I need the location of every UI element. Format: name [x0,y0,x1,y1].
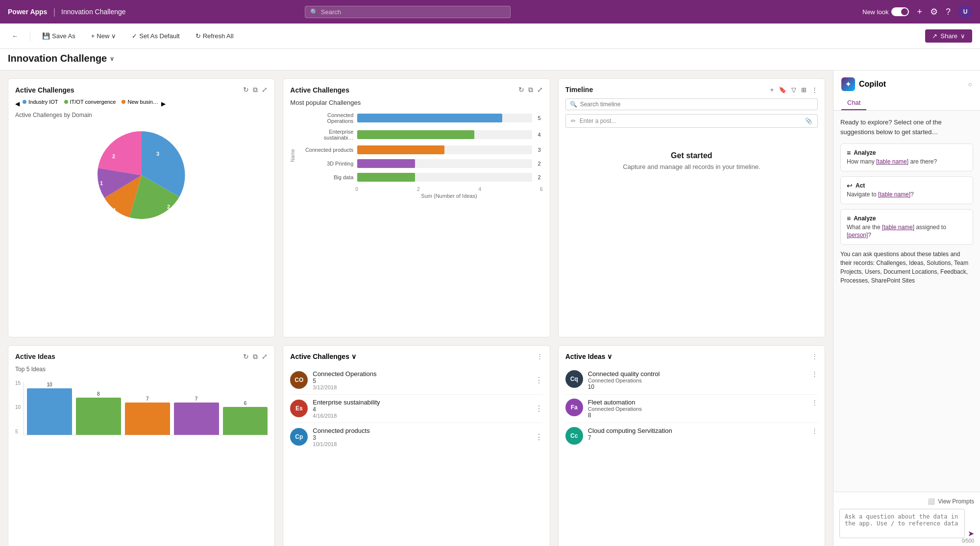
timeline-more-icon[interactable]: ⋮ [811,86,818,94]
timeline-bookmark-icon[interactable]: 🔖 [779,86,786,94]
legend-dot-2 [64,100,68,104]
tab-chat[interactable]: Chat [841,96,866,110]
view-prompts-button[interactable]: ⬜ View Prompts [839,498,974,505]
ideas-bar-col-3: 7 [125,396,170,435]
new-look-switch[interactable] [891,7,909,16]
copilot-footer: ⬜ View Prompts ➤ 0/500 Make sure AI-gene… [833,492,980,546]
toolbar-separator-1 [30,31,30,41]
ideas-subtitle: Top 5 Ideas [15,366,268,373]
active-challenges-list-card: Active Challenges ∨ ⋮ CO Connected Opera… [283,345,550,546]
challenge-item-2: Es Enterprise sustainability 4 4/16/2018… [290,395,542,423]
save-as-button[interactable]: 💾 Save As [38,30,79,42]
ideas-chevron-icon[interactable]: ∨ [607,353,612,360]
analyze-icon-1: ≡ [847,149,851,157]
legend-dot-1 [23,100,26,104]
refresh-button[interactable]: ↻ Refresh All [192,30,238,42]
expand-bar-icon[interactable]: ⤢ [537,86,543,94]
copy-bar-icon[interactable]: ⧉ [528,86,533,94]
table-name-link-1[interactable]: [table name] [876,158,908,165]
timeline-filter-icon[interactable]: ▽ [791,86,796,94]
challenge-menu-2[interactable]: ⋮ [535,404,543,413]
copy-icon[interactable]: ⧉ [253,86,258,94]
timeline-add-icon[interactable]: + [770,86,774,94]
expand-icon[interactable]: ⤢ [262,86,268,94]
set-default-button[interactable]: ✓ Set As Default [128,30,183,42]
bar-fill-2 [357,130,474,139]
user-avatar[interactable]: U [958,5,972,19]
page-title[interactable]: Innovation Challenge ∨ [8,53,972,64]
copy-ideas-icon[interactable]: ⧉ [253,353,258,361]
ideas-bars-container: 10 8 7 7 6 [24,382,268,435]
legend-item-2: IT/OT convergence [64,99,116,105]
challenges-chevron-icon[interactable]: ∨ [351,353,356,360]
challenge-menu-1[interactable]: ⋮ [535,376,543,385]
svg-text:1: 1 [113,207,116,213]
timeline-search-input[interactable] [580,101,813,108]
copilot-logo-icon: ✦ [841,77,855,91]
app-name-label: Innovation Challenge [61,8,126,16]
idea-avatar-2: Fa [565,399,583,416]
bar-subtitle: Most popular Challenges [290,99,542,106]
bar-row-1: Connected Operations 5 [299,112,540,124]
table-name-link-3[interactable]: [table name] [882,224,914,231]
act-icon: ↩ [847,182,853,190]
copilot-close-icon[interactable]: ○ [968,80,972,88]
ideas-chart-icons: ↻ ⧉ ⤢ [243,353,268,361]
expand-ideas-icon[interactable]: ⤢ [262,353,268,361]
copilot-tabs: Chat [841,96,972,110]
gear-icon[interactable]: ⚙ [930,6,938,17]
new-button[interactable]: + New ∨ [87,30,121,42]
copilot-suggestion-3[interactable]: ≡ Analyze What are the [table name] assi… [840,209,973,245]
bar-fill-5 [357,173,415,182]
global-search[interactable]: 🔍 [305,6,511,18]
back-button[interactable]: ← [8,30,22,42]
legend-next-icon[interactable]: ▶ [161,100,166,107]
back-icon: ← [12,32,18,40]
pie-svg: 3 2 1 1 2 [93,126,191,224]
copilot-suggestion-2[interactable]: ↩ Act Navigate to [table name]? [840,176,973,204]
share-button[interactable]: ↗ Share ∨ [925,29,972,43]
pie-legend: Industry IOT IT/OT convergence New busin… [23,99,158,105]
idea-menu-3[interactable]: ⋮ [811,427,818,434]
refresh-bar-icon[interactable]: ↻ [518,86,524,94]
save-icon: 💾 [42,32,50,40]
refresh-ideas-icon[interactable]: ↻ [243,353,249,361]
copilot-chat-input[interactable] [839,509,965,538]
add-icon[interactable]: + [917,7,922,17]
bar-fill-4 [357,159,415,168]
brand-label: Power Apps [8,8,47,16]
person-link[interactable]: [person] [847,232,868,238]
legend-prev-icon[interactable]: ◀ [15,100,20,107]
copilot-header: ✦ Copilot ○ Chat [833,71,980,111]
idea-menu-1[interactable]: ⋮ [811,370,818,378]
timeline-search-bar[interactable]: 🔍 [565,98,818,110]
ideas-bar-col-4: 7 [174,396,219,435]
share-chevron-icon: ∨ [960,32,965,40]
challenge-menu-3[interactable]: ⋮ [535,432,543,442]
ideas-bar-4 [174,403,219,435]
suggestion-1-header: ≡ Analyze [847,149,967,157]
ideas-bar-2 [76,398,121,435]
x-axis-label: Sum (Number of Ideas) [297,193,542,199]
copilot-suggestion-1[interactable]: ≡ Analyze How many [table name] are ther… [840,143,973,171]
new-look-toggle[interactable]: New look [862,7,909,16]
copilot-send-button[interactable]: ➤ [968,529,974,538]
timeline-columns-icon[interactable]: ⊞ [801,86,807,94]
timeline-post-input[interactable]: ✏ Enter a post... 📎 [565,114,818,128]
legend-dot-3 [122,100,125,104]
idea-menu-2[interactable]: ⋮ [811,399,818,406]
bar-row-4: 3D Printing 2 [299,159,540,168]
ideas-bar-chart: 15 10 5 10 8 7 [15,377,268,435]
bar-row-2: Enterprise sustainabi… 4 [299,129,540,141]
svg-text:3: 3 [156,151,159,157]
help-icon[interactable]: ? [946,7,951,17]
table-name-link-2[interactable]: [table name] [878,191,910,198]
bar-card-title: Active Challenges [290,86,349,94]
attachment-icon[interactable]: 📎 [805,118,812,124]
challenges-more-icon[interactable]: ⋮ [537,353,543,360]
refresh-icon[interactable]: ↻ [243,86,249,94]
ideas-more-icon[interactable]: ⋮ [811,353,818,360]
search-input[interactable] [321,8,505,16]
edit-icon: ✏ [571,118,576,124]
challenge-avatar-2: Es [290,400,308,417]
